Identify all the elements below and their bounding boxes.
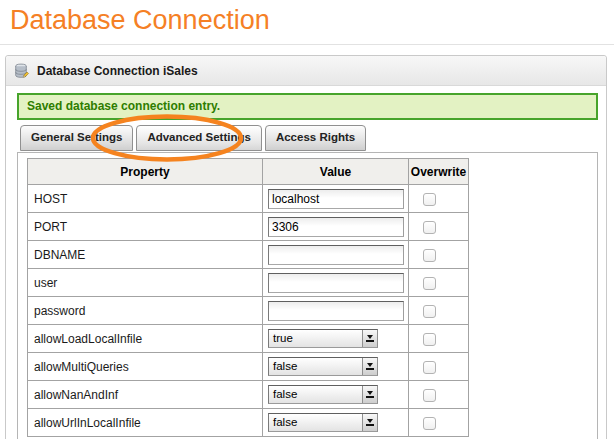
allowUrlInLocalInfile-overwrite-checkbox[interactable] (423, 417, 436, 430)
value-cell: true (263, 325, 409, 353)
user-input[interactable] (268, 273, 404, 293)
dropdown-arrow-icon[interactable] (362, 358, 377, 375)
property-name: PORT (28, 213, 263, 241)
DBNAME-input[interactable] (268, 245, 404, 265)
overwrite-cell (409, 353, 469, 381)
property-name: allowUrlInLocalInfile (28, 409, 263, 437)
dropdown-arrow-icon[interactable] (362, 414, 377, 431)
column-header-value: Value (263, 159, 409, 185)
property-name: allowLoadLocalInfile (28, 325, 263, 353)
allowMultiQueries-select[interactable]: false (268, 357, 378, 376)
value-cell (263, 241, 409, 269)
overwrite-cell (409, 185, 469, 213)
overwrite-cell (409, 381, 469, 409)
DBNAME-overwrite-checkbox[interactable] (423, 249, 436, 262)
table-row: HOST (28, 185, 469, 213)
value-cell (263, 213, 409, 241)
HOST-input[interactable] (268, 189, 404, 209)
property-name: allowMultiQueries (28, 353, 263, 381)
selected-value: true (269, 330, 377, 347)
column-header-overwrite: Overwrite (409, 159, 469, 185)
panel-body: Saved database connection entry. General… (6, 86, 606, 439)
allowUrlInLocalInfile-select[interactable]: false (268, 413, 378, 432)
table-row: allowLoadLocalInfiletrue (28, 325, 469, 353)
tab-bar: General Settings Advanced Settings Acces… (17, 125, 598, 151)
allowLoadLocalInfile-overwrite-checkbox[interactable] (423, 333, 436, 346)
overwrite-cell (409, 409, 469, 437)
page-title: Database Connection (10, 5, 270, 36)
title-divider (0, 44, 614, 45)
table-row: allowUrlInLocalInfilefalse (28, 409, 469, 437)
value-cell (263, 269, 409, 297)
tab-advanced-settings[interactable]: Advanced Settings (136, 125, 262, 151)
database-icon (14, 63, 30, 79)
value-cell (263, 185, 409, 213)
selected-value: false (269, 358, 377, 375)
selected-value: false (269, 386, 377, 403)
user-overwrite-checkbox[interactable] (423, 277, 436, 290)
tab-access-rights[interactable]: Access Rights (265, 125, 366, 151)
overwrite-cell (409, 325, 469, 353)
table-row: PORT (28, 213, 469, 241)
property-name: allowNanAndInf (28, 381, 263, 409)
table-row: allowNanAndInffalse (28, 381, 469, 409)
value-cell (263, 297, 409, 325)
dropdown-arrow-icon[interactable] (362, 386, 377, 403)
table-row: password (28, 297, 469, 325)
password-overwrite-checkbox[interactable] (423, 305, 436, 318)
allowMultiQueries-overwrite-checkbox[interactable] (423, 361, 436, 374)
PORT-overwrite-checkbox[interactable] (423, 221, 436, 234)
overwrite-cell (409, 297, 469, 325)
table-row: allowMultiQueriesfalse (28, 353, 469, 381)
table-row: user (28, 269, 469, 297)
success-message: Saved database connection entry. (17, 93, 598, 120)
value-cell: false (263, 353, 409, 381)
table-header-row: Property Value Overwrite (28, 159, 469, 185)
allowNanAndInf-select[interactable]: false (268, 385, 378, 404)
db-connection-panel: Database Connection iSales Saved databas… (5, 55, 607, 439)
properties-table: Property Value Overwrite HOSTPORTDBNAMEu… (27, 158, 469, 437)
table-row: DBNAME (28, 241, 469, 269)
selected-value: false (269, 414, 377, 431)
value-cell: false (263, 409, 409, 437)
property-name: password (28, 297, 263, 325)
overwrite-cell (409, 213, 469, 241)
value-cell: false (263, 381, 409, 409)
HOST-overwrite-checkbox[interactable] (423, 193, 436, 206)
dropdown-arrow-icon[interactable] (362, 330, 377, 347)
property-name: user (28, 269, 263, 297)
tab-general-settings[interactable]: General Settings (20, 125, 133, 151)
property-name: DBNAME (28, 241, 263, 269)
overwrite-cell (409, 241, 469, 269)
password-input[interactable] (268, 301, 404, 321)
allowLoadLocalInfile-select[interactable]: true (268, 329, 378, 348)
panel-title: Database Connection iSales (37, 64, 198, 78)
allowNanAndInf-overwrite-checkbox[interactable] (423, 389, 436, 402)
PORT-input[interactable] (268, 217, 404, 237)
column-header-property: Property (28, 159, 263, 185)
tab-content: Property Value Overwrite HOSTPORTDBNAMEu… (17, 152, 598, 439)
property-name: HOST (28, 185, 263, 213)
overwrite-cell (409, 269, 469, 297)
panel-header: Database Connection iSales (6, 56, 606, 86)
